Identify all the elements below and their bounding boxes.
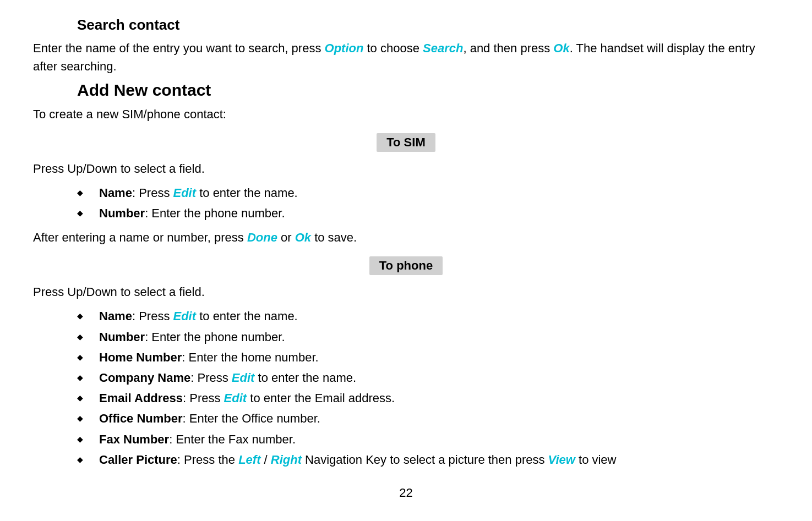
list-item: Email Address: Press Edit to enter the E… [33,388,779,408]
list-item: Number: Enter the phone number. [33,327,779,347]
phone-home-number-bold: Home Number [99,350,182,364]
search-contact-text-1: Enter the name of the entry you want to … [33,41,325,55]
sim-name-rest: : Press [132,186,173,200]
list-item: Name: Press Edit to enter the name. [33,183,779,202]
sim-name-bold: Name [99,186,132,200]
to-sim-label-container: To SIM [33,133,779,152]
phone-right-link: Right [271,453,302,467]
ok-label-1: Ok [553,41,569,55]
search-contact-paragraph: Enter the name of the entry you want to … [33,39,779,75]
phone-left-link: Left [238,453,260,467]
sim-name-edit: Edit [173,186,197,200]
press-updown-phone: Press Up/Down to select a field. [33,283,779,301]
to-phone-label: To phone [369,256,443,275]
sim-name-after: to enter the name. [196,186,298,200]
phone-email-edit: Edit [224,391,247,405]
phone-bullet-list: Name: Press Edit to enter the name. Numb… [33,306,779,469]
add-new-contact-heading: Add New contact [33,81,779,100]
phone-email-bold: Email Address [99,391,183,405]
list-item: Caller Picture: Press the Left / Right N… [33,450,779,469]
to-phone-label-container: To phone [33,256,779,275]
list-item: Number: Enter the phone number. [33,204,779,223]
search-label: Search [423,41,463,55]
search-contact-heading: Search contact [33,17,779,34]
page-number: 22 [33,486,779,500]
phone-caller-picture-bold: Caller Picture [99,453,177,467]
phone-fax-bold: Fax Number [99,432,169,446]
sim-number-rest: : Enter the phone number. [145,206,285,220]
list-item: Office Number: Enter the Office number. [33,409,779,428]
after-sim-text-1: After entering a name or number, press [33,231,247,244]
phone-office-bold: Office Number [99,412,183,425]
sim-number-bold: Number [99,206,145,220]
sim-bullet-list: Name: Press Edit to enter the name. Numb… [33,183,779,223]
to-sim-label: To SIM [377,133,435,152]
after-sim-text-2: or [277,231,295,244]
search-contact-text-2: to choose [363,41,423,55]
phone-name-edit: Edit [173,309,197,323]
phone-company-name-bold: Company Name [99,371,190,385]
list-item: Fax Number: Enter the Fax number. [33,430,779,449]
ok-label-2: Ok [295,231,311,244]
list-item: Company Name: Press Edit to enter the na… [33,368,779,387]
after-sim-text-3: to save. [311,231,357,244]
after-sim-text: After entering a name or number, press D… [33,228,779,246]
done-label: Done [247,231,277,244]
add-new-contact-intro: To create a new SIM/phone contact: [33,105,779,123]
search-contact-text-3: , and then press [463,41,553,55]
press-updown-sim: Press Up/Down to select a field. [33,160,779,178]
phone-view-link: View [548,453,575,467]
list-item: Name: Press Edit to enter the name. [33,306,779,326]
phone-company-edit: Edit [232,371,255,385]
phone-number-bold: Number [99,330,145,344]
list-item: Home Number: Enter the home number. [33,348,779,367]
phone-name-bold: Name [99,309,132,323]
option-label: Option [325,41,364,55]
